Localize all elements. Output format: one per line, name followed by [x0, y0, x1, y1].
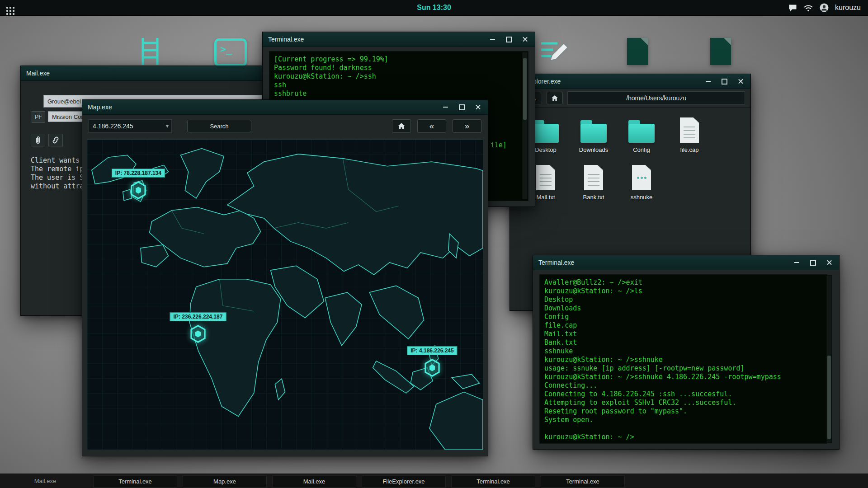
file-label: Config [633, 146, 650, 153]
minimize-icon [706, 81, 711, 82]
mail-body-text[interactable]: Client wants The remote ip The user is S… [31, 156, 84, 191]
home-icon [397, 122, 406, 130]
maximize-button[interactable] [808, 258, 817, 267]
chat-icon[interactable] [788, 4, 797, 12]
window-map: Map.exe ▾ Search « » [82, 99, 488, 456]
explorer-titlebar[interactable]: FileExplorer.exe [510, 74, 750, 89]
maximize-button[interactable] [720, 77, 729, 85]
link-icon [52, 136, 60, 144]
taskbar-item[interactable]: Terminal.exe [541, 475, 625, 488]
file-icon [627, 38, 648, 65]
maximize-button[interactable] [504, 35, 513, 43]
minimize-button[interactable] [488, 35, 497, 43]
close-icon [475, 104, 481, 110]
map-marker[interactable]: IP: 78.228.187.134 [130, 181, 147, 200]
file-label: Desktop [535, 146, 557, 153]
path-field[interactable] [567, 91, 745, 105]
hex-marker-icon [130, 181, 147, 200]
attach-button[interactable] [31, 134, 45, 146]
close-icon [522, 37, 528, 42]
file-item-sshnuke[interactable]: sshnuke [618, 165, 665, 201]
close-button[interactable] [736, 77, 745, 85]
desktop-icon-file-2[interactable] [702, 33, 740, 70]
home-button[interactable] [392, 119, 411, 133]
search-button[interactable]: Search [187, 120, 251, 132]
minimize-button[interactable] [441, 103, 450, 111]
maximize-button[interactable] [457, 103, 466, 111]
file-icon [584, 165, 603, 190]
minimize-icon [794, 262, 799, 263]
pencil-icon [539, 37, 570, 64]
close-button[interactable] [520, 35, 529, 43]
window-terminal-bottom: Terminal.exe Avaller@Bullz2: ~ />exit ku… [533, 255, 840, 450]
ladder-icon [138, 37, 162, 66]
folder-icon [628, 124, 655, 143]
file-item-config[interactable]: Config [618, 117, 665, 153]
maximize-icon [506, 37, 512, 42]
file-label: Downloads [579, 146, 608, 153]
close-icon [738, 79, 743, 84]
link-button[interactable] [48, 134, 63, 146]
file-item-bank-txt[interactable]: Bank.txt [570, 165, 618, 201]
paperclip-icon [35, 136, 41, 144]
account-icon[interactable] [820, 3, 829, 12]
file-item-file-cap[interactable]: file.cap [665, 117, 713, 153]
maximize-icon [459, 104, 465, 110]
scrollbar-thumb[interactable] [827, 356, 831, 439]
map-titlebar[interactable]: Map.exe [82, 100, 488, 115]
maximize-icon [810, 260, 816, 266]
scrollbar[interactable] [826, 275, 832, 443]
taskbar-item[interactable]: Mail.exe [272, 475, 356, 488]
file-item-downloads[interactable]: Downloads [570, 117, 618, 153]
explorer-toolbar: > ∧ [510, 89, 750, 108]
system-tray: kurouzu [788, 3, 868, 12]
desktop-icon-notes[interactable] [536, 32, 574, 70]
file-label: file.cap [680, 146, 698, 153]
ip-search-combo[interactable]: ▾ [89, 119, 172, 133]
app-grid-icon[interactable] [6, 7, 8, 9]
desktop-icon-file-1[interactable] [618, 33, 656, 70]
terminal-titlebar[interactable]: Terminal.exe [533, 255, 839, 270]
forward-button[interactable]: » [453, 119, 481, 133]
wifi-icon[interactable] [803, 4, 813, 12]
map-markers: IP: 78.228.187.134IP: 236.226.224.187IP:… [87, 140, 483, 450]
close-icon [826, 260, 832, 265]
back-button[interactable]: « [417, 119, 446, 133]
username: kurouzu [835, 4, 861, 12]
chevron-down-icon[interactable]: ▾ [166, 123, 171, 129]
scrollbar-thumb[interactable] [523, 58, 527, 120]
desktop: Sun 13:30 kurouzu >_ [0, 0, 868, 488]
map-marker[interactable]: IP: 236.226.224.187 [189, 324, 207, 343]
minimize-button[interactable] [703, 77, 712, 85]
window-title: Mail.exe [26, 70, 50, 77]
taskbar-item-pinned[interactable]: Mail.exe [18, 475, 72, 487]
ip-chip: IP: 78.228.187.134 [112, 169, 165, 178]
taskbar-item[interactable]: FileExplorer.exe [362, 475, 446, 488]
folder-icon [580, 124, 607, 143]
taskbar-item[interactable]: Terminal.exe [451, 475, 535, 488]
minimize-button[interactable] [792, 258, 801, 267]
minimize-icon [443, 107, 448, 108]
minimize-icon [490, 39, 495, 40]
map-marker[interactable]: IP: 4.186.226.245 [424, 358, 441, 377]
scrollbar[interactable] [522, 52, 528, 199]
home-button[interactable] [547, 92, 563, 104]
ip-search-input[interactable] [89, 122, 166, 130]
taskbar-items: Terminal.exeMap.exeMail.exeFileExplorer.… [93, 475, 625, 488]
taskbar-item[interactable]: Map.exe [183, 475, 267, 488]
terminal-titlebar[interactable]: Terminal.exe [263, 32, 535, 47]
map-view[interactable]: IP: 78.228.187.134IP: 236.226.224.187IP:… [87, 139, 483, 450]
file-icon [710, 38, 731, 65]
ip-chip: IP: 236.226.224.187 [170, 312, 226, 321]
pf-button[interactable]: PF [32, 111, 45, 123]
file-label: sshnuke [631, 194, 652, 201]
clock: Sun 13:30 [417, 4, 451, 12]
taskbar: Mail.exe Terminal.exeMap.exeMail.exeFile… [0, 474, 868, 488]
taskbar-item[interactable]: Terminal.exe [93, 475, 177, 488]
binary-icon [632, 165, 651, 190]
desktop-icon-ladder[interactable] [131, 33, 169, 70]
close-button[interactable] [473, 103, 482, 111]
hex-marker-icon [424, 358, 441, 377]
close-button[interactable] [825, 258, 834, 267]
terminal-output[interactable]: Avaller@Bullz2: ~ />exit kurouzu@kStatio… [539, 274, 827, 444]
